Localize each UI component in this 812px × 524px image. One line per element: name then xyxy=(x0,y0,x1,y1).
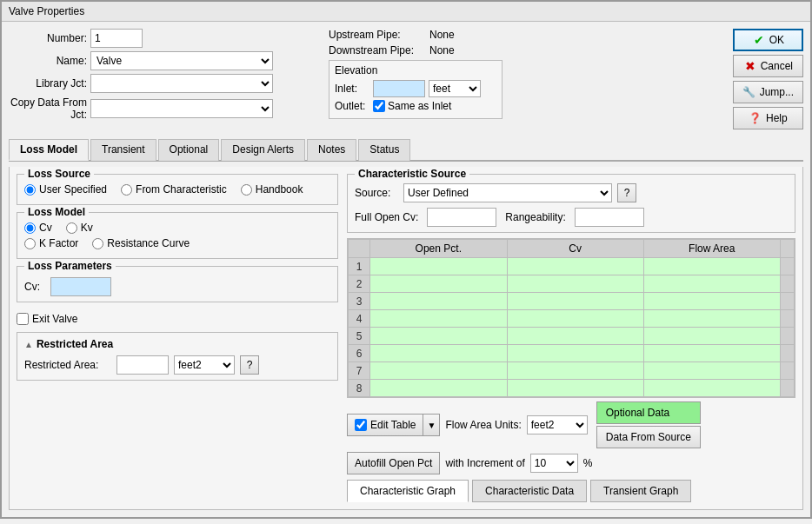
same-as-inlet-label: Same as Inlet xyxy=(388,100,451,112)
handbook-radio-label[interactable]: Handbook xyxy=(241,183,303,196)
handbook-radio[interactable] xyxy=(241,184,252,196)
resistance-curve-radio-label[interactable]: Resistance Curve xyxy=(92,237,190,249)
inlet-label: Inlet: xyxy=(335,83,369,95)
cell-open-pct[interactable] xyxy=(370,275,508,293)
bottom-tab-characteristic-graph[interactable]: Characteristic Graph xyxy=(347,480,469,502)
characteristic-source-title: Characteristic Source xyxy=(355,168,469,180)
tab-transient[interactable]: Transient xyxy=(90,139,156,161)
cell-open-pct[interactable] xyxy=(370,345,508,362)
from-characteristic-radio[interactable] xyxy=(121,184,132,196)
full-open-cv-input[interactable] xyxy=(427,208,496,227)
library-jct-select[interactable] xyxy=(90,74,273,93)
resistance-curve-radio[interactable] xyxy=(92,238,103,249)
cell-cv[interactable] xyxy=(507,345,643,362)
outlet-label: Outlet: xyxy=(335,100,369,112)
collapse-icon[interactable]: ▲ xyxy=(24,340,33,349)
autofill-button[interactable]: Autofill Open Pct xyxy=(347,452,440,474)
ra-help-button[interactable]: ? xyxy=(240,355,259,375)
edit-table-dropdown-arrow[interactable]: ▼ xyxy=(423,415,439,435)
cv-label: Cv: xyxy=(24,281,45,293)
kv-radio[interactable] xyxy=(66,222,77,234)
tab-loss-model[interactable]: Loss Model xyxy=(9,139,89,161)
source-select[interactable]: User Defined Library xyxy=(403,183,612,202)
upstream-pipe-label: Upstream Pipe: xyxy=(329,29,424,41)
increment-select[interactable]: 1 2 5 10 20 25 xyxy=(530,454,578,473)
cell-open-pct[interactable] xyxy=(370,328,508,345)
cell-flow-area[interactable] xyxy=(643,328,780,345)
cell-flow-area[interactable] xyxy=(643,310,780,328)
cell-cv[interactable] xyxy=(507,275,643,293)
cell-flow-area[interactable] xyxy=(643,380,780,397)
data-from-source-button[interactable]: Data From Source xyxy=(596,426,701,448)
ok-button[interactable]: ✔ OK xyxy=(733,29,803,51)
cell-cv[interactable] xyxy=(507,293,643,310)
right-panel: Characteristic Source Source: User Defin… xyxy=(347,174,795,502)
row-num: 5 xyxy=(349,328,370,345)
k-factor-radio-label[interactable]: K Factor xyxy=(24,237,78,249)
ra-unit-select[interactable]: feet2 m2 in2 cm2 xyxy=(174,355,235,375)
copy-data-label: Copy Data From Jct: xyxy=(9,96,87,121)
edit-table-button[interactable]: Edit Table ▼ xyxy=(347,414,440,436)
inlet-unit-select[interactable]: feet xyxy=(429,80,481,97)
col-num-header xyxy=(349,240,370,258)
row-num: 8 xyxy=(349,380,370,397)
cell-flow-area[interactable] xyxy=(643,362,780,380)
rangeability-input[interactable] xyxy=(575,208,644,227)
exit-valve-checkbox[interactable] xyxy=(17,313,29,325)
same-as-inlet-checkbox[interactable] xyxy=(373,100,385,112)
tab-optional[interactable]: Optional xyxy=(158,139,220,161)
ra-input[interactable] xyxy=(116,355,169,375)
ra-label: Restricted Area: xyxy=(24,359,111,371)
table-row: 5 xyxy=(349,328,795,345)
copy-data-select[interactable] xyxy=(90,99,273,118)
jump-label: Jump... xyxy=(760,86,794,98)
k-factor-radio[interactable] xyxy=(24,238,36,249)
exit-valve-row: Exit Valve xyxy=(17,313,338,325)
cancel-button[interactable]: ✖ Cancel xyxy=(733,55,803,77)
cv-input[interactable] xyxy=(50,277,111,296)
edit-table-checkbox[interactable] xyxy=(355,419,367,431)
row-num: 4 xyxy=(349,310,370,328)
cell-flow-area[interactable] xyxy=(643,293,780,310)
optional-data-button[interactable]: Optional Data xyxy=(596,401,701,424)
number-input[interactable] xyxy=(90,29,143,48)
loss-model-group: Loss Model Cv Kv xyxy=(17,212,338,259)
cell-open-pct[interactable] xyxy=(370,380,508,397)
row-scroll-cell xyxy=(781,380,795,397)
cell-flow-area[interactable] xyxy=(643,258,780,275)
from-characteristic-radio-label[interactable]: From Characteristic xyxy=(121,183,227,196)
help-button[interactable]: ❓ Help xyxy=(733,107,803,129)
user-specified-radio-label[interactable]: User Specified xyxy=(24,183,107,196)
table-row: 6 xyxy=(349,345,795,362)
cell-open-pct[interactable] xyxy=(370,310,508,328)
flow-area-units-select[interactable]: feet2 m2 in2 cm2 xyxy=(527,415,588,434)
bottom-tab-transient-graph[interactable]: Transient Graph xyxy=(590,480,691,502)
inlet-input[interactable] xyxy=(373,80,425,97)
cell-cv[interactable] xyxy=(507,328,643,345)
bottom-tab-characteristic-data[interactable]: Characteristic Data xyxy=(472,480,587,502)
name-label: Name: xyxy=(9,55,87,67)
kv-radio-label[interactable]: Kv xyxy=(66,222,93,234)
cell-cv[interactable] xyxy=(507,258,643,275)
elevation-title: Elevation xyxy=(335,64,496,76)
cell-open-pct[interactable] xyxy=(370,293,508,310)
rangeability-label: Rangeability: xyxy=(505,211,565,223)
tab-status[interactable]: Status xyxy=(358,139,410,161)
cell-open-pct[interactable] xyxy=(370,258,508,275)
cell-cv[interactable] xyxy=(507,380,643,397)
cell-cv[interactable] xyxy=(507,310,643,328)
source-help-button[interactable]: ? xyxy=(617,183,636,202)
table-row: 7 xyxy=(349,362,795,380)
user-specified-radio[interactable] xyxy=(24,184,36,196)
cv-radio[interactable] xyxy=(24,222,36,234)
name-select[interactable]: Valve xyxy=(90,51,273,70)
table-row: 3 xyxy=(349,293,795,310)
cell-open-pct[interactable] xyxy=(370,362,508,380)
tab-design-alerts[interactable]: Design Alerts xyxy=(221,139,305,161)
jump-button[interactable]: 🔧 Jump... xyxy=(733,81,803,103)
cell-flow-area[interactable] xyxy=(643,275,780,293)
cell-flow-area[interactable] xyxy=(643,345,780,362)
cell-cv[interactable] xyxy=(507,362,643,380)
cv-radio-label[interactable]: Cv xyxy=(24,222,52,234)
tab-notes[interactable]: Notes xyxy=(307,139,356,161)
